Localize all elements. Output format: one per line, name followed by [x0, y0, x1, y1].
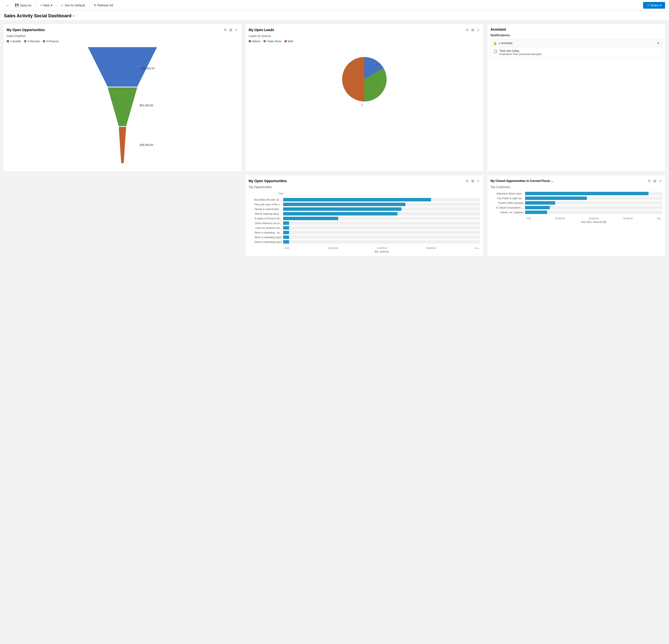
bar-track-3: [283, 212, 480, 215]
opp-subtitle: Sales Pipeline: [7, 34, 238, 38]
closed-opp-expand-btn[interactable]: ⤢: [658, 178, 662, 183]
new-button[interactable]: + New ▾: [38, 2, 54, 8]
bar-row-2: Needs to restock their ...: [248, 207, 480, 211]
bar-fill-8: [283, 235, 289, 239]
task-icon: 📋: [493, 49, 497, 53]
bar-track-8: [283, 235, 480, 239]
funnel-label-3: $36,000.00: [140, 143, 153, 146]
web-label: Web: [288, 40, 293, 43]
bar-label-8: Store is expanding opty2: [248, 236, 283, 239]
bar-track-5: [283, 221, 480, 225]
pie-container: 1 1 1: [248, 45, 480, 114]
bar-row-9: Store is expanding opty3: [248, 240, 480, 244]
open-leads-card: My Open Leads ↻ ⊞ ⤢ Leads by Source (bla…: [245, 24, 484, 172]
top-opp-expand-btn[interactable]: ⤢: [476, 178, 480, 183]
refresh-icon: ↻: [94, 3, 97, 7]
closed-opp-export-btn[interactable]: ⊞: [653, 178, 657, 183]
funnel-label-2: $55,000.00: [140, 104, 153, 107]
pie-label-1: 1: [376, 63, 378, 66]
refresh-button[interactable]: ↻ Refresh All: [92, 2, 115, 8]
funnel-segment-develop: [108, 87, 137, 126]
legend-blank: (blank): [248, 40, 260, 43]
opp-refresh-btn[interactable]: ↻: [224, 27, 227, 32]
tradeshow-dot: [264, 40, 266, 42]
plus-icon: +: [40, 3, 42, 7]
opp-card-title: My Open Opportunities: [7, 28, 45, 32]
share-icon: ↗: [646, 3, 649, 7]
propose-dot: [43, 40, 45, 42]
leads-expand-btn[interactable]: ⤢: [476, 27, 480, 32]
closed-opp-refresh-btn[interactable]: ↻: [647, 178, 652, 183]
bar-label-0: Very likely will order 18 ...: [248, 199, 283, 201]
qualify-label: 1-Qualify: [10, 40, 21, 43]
assistant-card-header: Assistant: [490, 27, 662, 31]
qualify-dot: [7, 40, 9, 42]
save-as-button[interactable]: 💾 Save As: [13, 2, 33, 8]
top-opp-x-labels: 0.00 10,000.00 20,000.00 30,000.00 40,..…: [248, 247, 480, 249]
pie-label-3: 1: [361, 103, 362, 106]
share-button[interactable]: ↗ Share ▾: [643, 2, 665, 9]
bell-icon: 🔔: [493, 42, 497, 45]
closed-bar-label-0: Adventure Works (sam...: [490, 192, 525, 195]
bar-fill-7: [283, 231, 289, 234]
closed-opportunities-card: My Closed Opportunities in Current Fisca…: [487, 175, 666, 257]
separator2: |: [56, 3, 57, 7]
top-opp-card-header: My Open Opportunities ↻ ⊞ ⤢: [248, 178, 480, 183]
bar-fill-5: [283, 221, 289, 225]
closed-bar-fill-1: [525, 197, 587, 200]
pie-slice-web: [342, 57, 365, 101]
closed-opp-actions: ↻ ⊞ ⤢: [647, 178, 662, 183]
closed-bar-track-2: [525, 201, 662, 205]
bar-row-0: Very likely will order 18 ...: [248, 198, 480, 201]
bar-fill-3: [283, 212, 397, 215]
leads-refresh-btn[interactable]: ↻: [465, 27, 469, 32]
top-bar-left: ← 💾 Save As | + New ▾ | ✓ Set As Default…: [4, 2, 115, 9]
bar-label-5: Some interest in our pr...: [248, 222, 283, 225]
card-header-opp: My Open Opportunities ↻ ⊞ ⤢: [7, 27, 238, 32]
bar-fill-2: [283, 207, 401, 211]
bar-label-6: Likes our products (sa...: [248, 227, 283, 229]
notification-header[interactable]: 🔔 1 reminder ∧: [490, 39, 662, 47]
bar-label-1: They sell many of the s...: [248, 203, 283, 206]
legend-tradeshow: Trade Show: [264, 40, 282, 43]
leads-export-btn[interactable]: ⊞: [471, 27, 475, 32]
top-opp-subtitle: Top Opportunities: [248, 185, 480, 189]
legend-item-propose: 3-Propose: [43, 40, 59, 43]
closed-bar-track-3: [525, 206, 662, 209]
propose-label: 3-Propose: [46, 40, 59, 43]
closed-opp-x-axis-title: Sum (Est. revenue) ($): [490, 221, 662, 224]
bar-row-8: Store is expanding opty2: [248, 235, 480, 239]
bar-label-9: Store is expanding opty3: [248, 241, 283, 243]
top-opp-refresh-btn[interactable]: ↻: [465, 178, 469, 183]
page-title-chevron[interactable]: ▾: [73, 14, 74, 18]
check-icon: ✓: [61, 3, 64, 7]
notification-body: 📋 Task due today Evaluation Plan propose…: [490, 47, 662, 58]
assistant-card: Assistant Notifications 🔔 1 reminder ∧ 📋…: [487, 24, 666, 172]
top-opp-x-axis-title: Est. revenue: [248, 250, 480, 253]
set-default-button[interactable]: ✓ Set As Default: [59, 2, 87, 8]
closed-bar-label-1: City Power & Light (sa...: [490, 197, 525, 200]
notification-title-text: 🔔 1 reminder: [493, 42, 512, 45]
closed-bar-fill-4: [525, 211, 547, 214]
legend-item-qualify: 1-Qualify: [7, 40, 21, 43]
bar-fill-6: [283, 226, 289, 230]
legend-web: Web: [284, 40, 293, 43]
chevron-icon: ▾: [51, 3, 52, 7]
closed-bar-track-0: [525, 192, 662, 195]
develop-dot: [24, 40, 26, 42]
opp-expand-btn[interactable]: ⤢: [234, 27, 238, 32]
closed-bar-row-3: A. Datum Corporation (...: [490, 206, 662, 209]
top-opp-export-btn[interactable]: ⊞: [471, 178, 475, 183]
bar-track-6: [283, 226, 480, 230]
opp-export-btn[interactable]: ⊞: [229, 27, 233, 32]
bar-fill-0: [283, 198, 431, 201]
share-chevron-icon: ▾: [660, 3, 661, 7]
bar-fill-9: [283, 240, 289, 244]
funnel-label-1: $25,000.00: [141, 67, 155, 70]
back-button[interactable]: ←: [4, 2, 12, 9]
bar-row-4: 6 orders of Product SK...: [248, 217, 480, 220]
web-dot: [284, 40, 287, 42]
blank-label: (blank): [252, 40, 260, 43]
closed-opp-card-header: My Closed Opportunities in Current Fisca…: [490, 178, 662, 183]
task-secondary: Evaluation Plan proposed (sample): [499, 53, 542, 56]
